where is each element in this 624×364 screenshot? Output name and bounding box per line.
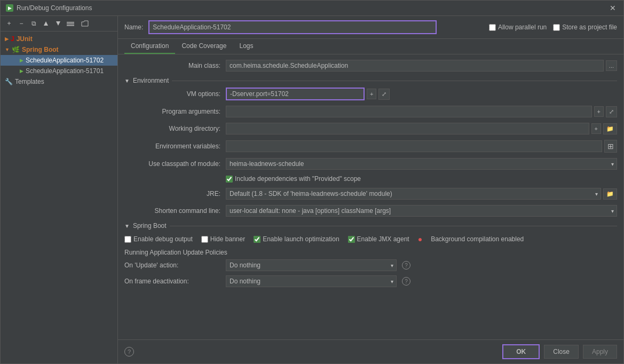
store-as-project-text: Store as project file (562, 23, 617, 31)
on-update-help-icon[interactable]: ? (402, 261, 410, 270)
tab-configuration[interactable]: Configuration (124, 39, 175, 54)
include-deps-label[interactable]: Include dependencies with "Provided" sco… (226, 175, 361, 183)
allow-parallel-label[interactable]: Allow parallel run (489, 23, 547, 31)
program-args-expand-button[interactable]: + (594, 106, 604, 117)
allow-parallel-checkbox[interactable] (489, 24, 496, 31)
svg-marker-0 (44, 21, 48, 26)
app1-label: ScheduleApplication-51702 (26, 57, 104, 64)
working-dir-expand-button[interactable]: + (591, 123, 601, 134)
add-button[interactable]: + (4, 18, 14, 29)
spring-boot-label: Spring Boot (22, 46, 59, 53)
enable-launch-text: Enable launch optimization (263, 235, 339, 243)
vm-options-input-wrapper: + ⤢ (226, 88, 617, 100)
vm-options-input[interactable] (226, 88, 365, 100)
move-up-button[interactable] (41, 18, 51, 29)
jre-input-wrapper: Default (1.8 - SDK of 'heima-leadnews-sc… (226, 188, 617, 200)
shorten-cmd-label: Shorten command line: (124, 207, 220, 215)
vm-options-fullscreen-button[interactable]: ⤢ (378, 89, 390, 100)
close-icon[interactable]: ✕ (607, 4, 618, 12)
tree-group-spring-boot[interactable]: ▼ 🌿 Spring Boot (1, 44, 117, 55)
jre-select[interactable]: Default (1.8 - SDK of 'heima-leadnews-sc… (226, 188, 601, 200)
enable-debug-checkbox[interactable] (124, 236, 131, 243)
on-frame-help-icon[interactable]: ? (402, 277, 410, 286)
run-icon: ▶ (6, 4, 13, 12)
jre-browse-button[interactable]: 📁 (603, 188, 617, 200)
chevron-down-icon: ▼ (5, 47, 10, 52)
shorten-cmd-select[interactable]: user-local default: none - java [options… (226, 205, 617, 217)
working-dir-input[interactable] (226, 123, 589, 134)
close-button[interactable]: Close (544, 345, 579, 359)
tabs-bar: Configuration Code Coverage Logs (118, 39, 623, 54)
enable-jmx-text: Enable JMX agent (357, 235, 409, 243)
env-vars-expand-button[interactable]: ⊞ (604, 140, 617, 153)
tree-group-junit[interactable]: ▶ J JUnit (1, 34, 117, 44)
include-deps-checkbox[interactable] (226, 176, 233, 183)
tree-item-app1[interactable]: ▶ ScheduleApplication-51702 (1, 55, 117, 66)
jre-select-wrapper: Default (1.8 - SDK of 'heima-leadnews-sc… (226, 188, 601, 200)
env-section-line (172, 81, 617, 81)
program-args-row: Program arguments: + ⤢ (124, 106, 617, 117)
classpath-select-wrapper: heima-leadnews-schedule ▾ (226, 158, 617, 170)
store-as-project-label[interactable]: Store as project file (553, 23, 617, 31)
app2-run-icon: ▶ (20, 68, 23, 74)
on-update-select[interactable]: Do nothing (226, 259, 397, 271)
svg-marker-1 (56, 21, 60, 26)
enable-debug-label[interactable]: Enable debug output (124, 235, 193, 243)
name-row: Name: Allow parallel run Store as projec… (118, 16, 623, 39)
enable-jmx-checkbox[interactable] (348, 236, 355, 243)
working-dir-browse-button[interactable]: 📁 (603, 123, 617, 134)
update-policies-title: Running Application Update Policies (124, 249, 617, 256)
store-as-project-checkbox[interactable] (553, 24, 560, 31)
env-toggle[interactable]: ▼ (124, 78, 130, 84)
program-args-fullscreen-button[interactable]: ⤢ (606, 106, 617, 117)
spring-checkboxes-row: Enable debug output Hide banner Enable l… (124, 233, 617, 246)
more-button[interactable] (65, 18, 76, 29)
classpath-select[interactable]: heima-leadnews-schedule (226, 158, 617, 170)
main-class-input[interactable] (226, 60, 604, 72)
name-input[interactable] (148, 20, 437, 34)
app2-label: ScheduleApplication-51701 (26, 67, 104, 75)
vm-options-expand-button[interactable]: + (367, 89, 376, 99)
program-args-input[interactable] (226, 106, 592, 117)
right-panel: Name: Allow parallel run Store as projec… (118, 16, 623, 363)
on-frame-label: On frame deactivation: (124, 278, 220, 285)
update-policies-section: Running Application Update Policies On '… (124, 246, 617, 295)
main-class-label: Main class: (124, 62, 220, 69)
spring-toggle[interactable]: ▼ (124, 223, 130, 229)
classpath-row: Use classpath of module: heima-leadnews-… (124, 158, 617, 170)
env-section-header: ▼ Environment (124, 77, 617, 84)
hide-banner-label[interactable]: Hide banner (201, 235, 245, 243)
copy-button[interactable]: ⧉ (28, 18, 39, 29)
header-options: Allow parallel run Store as project file (489, 23, 617, 31)
tree-item-app2[interactable]: ▶ ScheduleApplication-51701 (1, 66, 117, 76)
on-frame-select[interactable]: Do nothing (226, 275, 397, 287)
apply-button[interactable]: Apply (583, 345, 617, 359)
ok-button[interactable]: OK (502, 344, 540, 359)
enable-launch-checkbox[interactable] (254, 236, 260, 243)
working-dir-input-wrapper: + 📁 (226, 123, 617, 134)
env-vars-input-wrapper: ⊞ (226, 140, 617, 153)
remove-button[interactable]: − (16, 18, 27, 29)
run-debug-configurations-dialog: ▶ Run/Debug Configurations ✕ + − ⧉ (0, 0, 624, 364)
help-button[interactable]: ? (124, 347, 134, 357)
hide-banner-checkbox[interactable] (201, 236, 208, 243)
enable-launch-label[interactable]: Enable launch optimization (254, 235, 339, 243)
env-vars-row: Environment variables: ⊞ (124, 140, 617, 153)
env-vars-input[interactable] (226, 140, 602, 152)
move-down-button[interactable] (53, 18, 64, 29)
hide-banner-text: Hide banner (210, 235, 245, 243)
bottom-bar: ? OK Close Apply (118, 339, 623, 363)
vm-options-row: VM options: + ⤢ (124, 88, 617, 100)
main-class-browse-button[interactable]: ... (606, 60, 617, 71)
tab-coverage[interactable]: Code Coverage (175, 39, 233, 54)
folder-button[interactable] (80, 18, 90, 29)
tree-item-templates[interactable]: 🔧 Templates (1, 76, 117, 87)
allow-parallel-text: Allow parallel run (498, 23, 547, 31)
config-area: Main class: ... ▼ Environment VM options (118, 54, 623, 339)
include-deps-row: Include dependencies with "Provided" sco… (124, 175, 617, 183)
enable-debug-text: Enable debug output (133, 235, 193, 243)
tab-logs[interactable]: Logs (233, 39, 259, 54)
enable-jmx-label[interactable]: Enable JMX agent (348, 235, 409, 243)
main-class-input-wrapper: ... (226, 60, 617, 72)
main-content: + − ⧉ (1, 16, 623, 363)
